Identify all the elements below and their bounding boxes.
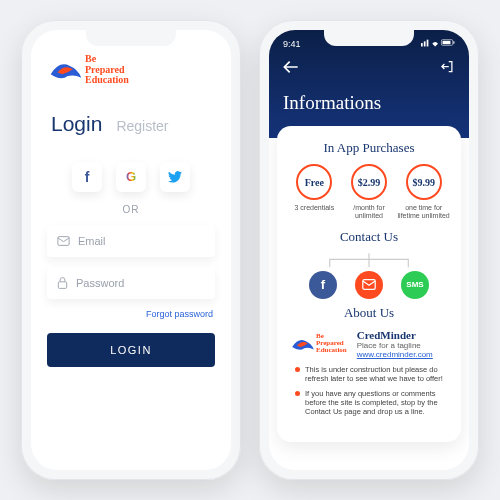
svg-rect-1 bbox=[58, 281, 66, 288]
price-sub: one time for lifetime unlimited bbox=[397, 204, 449, 221]
about-logo: Be Prepared Education bbox=[291, 329, 347, 359]
notch bbox=[324, 30, 414, 46]
price-amount: $2.99 bbox=[351, 164, 387, 200]
social-login-row: f G bbox=[31, 162, 231, 192]
mail-icon bbox=[57, 236, 70, 246]
svg-rect-3 bbox=[424, 41, 426, 46]
brand-text: Be Prepared Education bbox=[85, 54, 129, 86]
lock-icon bbox=[57, 277, 68, 289]
phone-info: 9:41 Informations In App Purchases Free … bbox=[259, 20, 479, 480]
svg-rect-2 bbox=[421, 43, 423, 46]
svg-rect-4 bbox=[427, 40, 429, 47]
price-option-monthly[interactable]: $2.99 /month for unlimited bbox=[343, 164, 395, 221]
about-text: CredMinder Place for a tagline www.credm… bbox=[357, 329, 433, 359]
email-placeholder: Email bbox=[78, 235, 106, 247]
phone-login: Be Prepared Education Login Register f G… bbox=[21, 20, 241, 480]
auth-tabs: Login Register bbox=[31, 86, 231, 152]
about-name: CredMinder bbox=[357, 329, 433, 341]
login-screen: Be Prepared Education Login Register f G… bbox=[31, 30, 231, 470]
price-option-lifetime[interactable]: $9.99 one time for lifetime unlimited bbox=[397, 164, 449, 221]
about-tagline: Place for a tagline bbox=[357, 341, 433, 350]
or-divider: OR bbox=[31, 204, 231, 215]
password-placeholder: Password bbox=[76, 277, 124, 289]
status-icons bbox=[421, 38, 455, 49]
logout-icon[interactable] bbox=[440, 59, 455, 78]
section-about-title: About Us bbox=[287, 305, 451, 321]
notch bbox=[86, 30, 176, 46]
about-brand-text: Be Prepared Education bbox=[316, 333, 347, 354]
twitter-login-button[interactable] bbox=[160, 162, 190, 192]
contact-email-button[interactable] bbox=[355, 271, 383, 299]
price-sub: 3 credentials bbox=[288, 204, 340, 212]
section-contact-title: Contact Us bbox=[287, 229, 451, 245]
price-amount: Free bbox=[296, 164, 332, 200]
price-options: Free 3 credentials $2.99 /month for unli… bbox=[287, 164, 451, 221]
info-card: In App Purchases Free 3 credentials $2.9… bbox=[277, 126, 461, 442]
section-purchases-title: In App Purchases bbox=[287, 140, 451, 156]
bullet-item: This is under construction but please do… bbox=[293, 365, 445, 384]
contact-facebook-button[interactable]: f bbox=[309, 271, 337, 299]
bullet-item: If you have any questions or comments be… bbox=[293, 389, 445, 417]
contact-sms-button[interactable]: SMS bbox=[401, 271, 429, 299]
login-button[interactable]: LOGIN bbox=[47, 333, 215, 367]
back-button[interactable] bbox=[283, 60, 299, 78]
price-amount: $9.99 bbox=[406, 164, 442, 200]
page-title: Informations bbox=[283, 92, 455, 114]
email-field[interactable]: Email bbox=[47, 225, 215, 257]
about-bullets: This is under construction but please do… bbox=[287, 359, 451, 417]
info-header: 9:41 Informations bbox=[269, 30, 469, 138]
bird-icon bbox=[291, 335, 315, 353]
contact-row: f SMS bbox=[287, 271, 451, 299]
price-sub: /month for unlimited bbox=[343, 204, 395, 221]
google-login-button[interactable]: G bbox=[116, 162, 146, 192]
facebook-login-button[interactable]: f bbox=[72, 162, 102, 192]
password-field[interactable]: Password bbox=[47, 267, 215, 299]
svg-rect-6 bbox=[443, 41, 451, 44]
tab-register[interactable]: Register bbox=[116, 118, 168, 134]
status-time: 9:41 bbox=[283, 39, 301, 49]
svg-rect-0 bbox=[58, 236, 69, 245]
svg-rect-7 bbox=[453, 41, 454, 43]
contact-tree-icon bbox=[287, 253, 451, 269]
bird-icon bbox=[49, 57, 83, 83]
price-option-free[interactable]: Free 3 credentials bbox=[288, 164, 340, 221]
about-row: Be Prepared Education CredMinder Place f… bbox=[287, 329, 451, 359]
info-screen: 9:41 Informations In App Purchases Free … bbox=[269, 30, 469, 470]
forgot-password-link[interactable]: Forgot password bbox=[49, 309, 213, 319]
about-link[interactable]: www.credminder.com bbox=[357, 350, 433, 359]
tab-login[interactable]: Login bbox=[51, 112, 102, 136]
